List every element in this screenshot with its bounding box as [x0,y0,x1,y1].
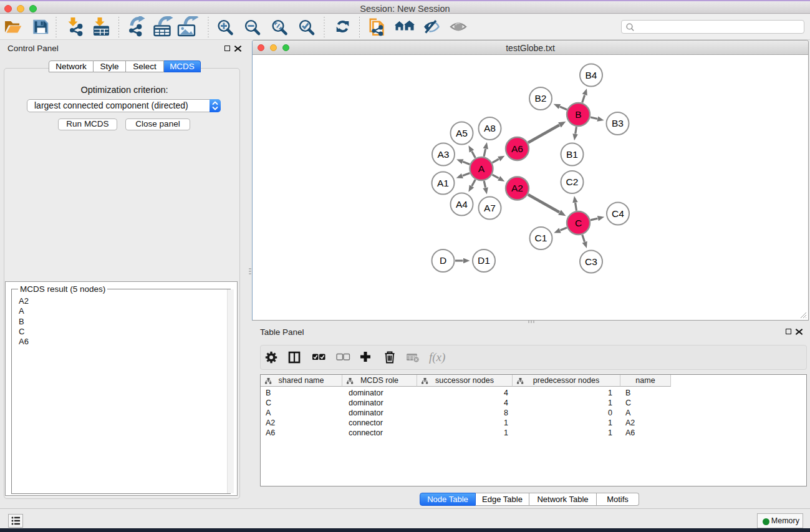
svg-text:C4: C4 [612,208,624,219]
svg-text:A1: A1 [437,178,449,188]
svg-text:A2: A2 [511,183,523,193]
svg-text:D1: D1 [478,255,490,266]
svg-text:D: D [440,255,446,266]
svg-text:A4: A4 [456,199,468,210]
svg-text:C2: C2 [566,177,579,187]
svg-text:B4: B4 [586,70,597,80]
svg-text:A8: A8 [484,123,496,133]
svg-text:A3: A3 [438,149,450,160]
svg-text:A7: A7 [484,203,496,213]
svg-text:f(x): f(x) [429,351,445,364]
svg-text:B3: B3 [612,118,624,128]
svg-text:A5: A5 [456,128,468,138]
svg-text:B: B [575,109,581,120]
svg-text:C1: C1 [535,233,547,243]
svg-text:C: C [575,218,582,228]
svg-text:C3: C3 [585,256,597,267]
svg-text:A: A [478,163,485,174]
svg-text:B2: B2 [535,93,547,104]
svg-text:B1: B1 [566,149,578,160]
svg-text:A6: A6 [511,143,523,154]
